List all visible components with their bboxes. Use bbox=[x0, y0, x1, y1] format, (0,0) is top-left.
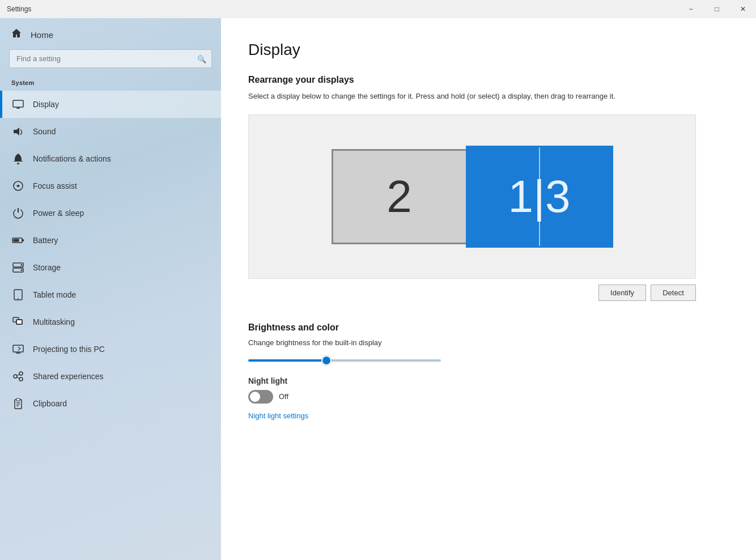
monitor-1[interactable]: 1|3 bbox=[466, 146, 613, 248]
notifications-icon bbox=[11, 152, 25, 166]
maximize-button[interactable]: □ bbox=[704, 0, 730, 18]
brightness-slider[interactable] bbox=[248, 359, 441, 362]
sidebar-item-projecting[interactable]: Projecting to this PC bbox=[0, 336, 221, 363]
svg-point-13 bbox=[18, 298, 19, 299]
toggle-thumb bbox=[250, 392, 260, 402]
close-button[interactable]: ✕ bbox=[730, 0, 756, 18]
sidebar-item-label-tablet: Tablet mode bbox=[33, 290, 76, 299]
sidebar-item-focus[interactable]: Focus assist bbox=[0, 172, 221, 200]
sidebar-item-label-focus: Focus assist bbox=[33, 181, 77, 190]
clipboard-icon bbox=[11, 397, 25, 410]
detect-button[interactable]: Detect bbox=[651, 285, 696, 301]
battery-icon bbox=[11, 234, 25, 247]
sidebar-item-power[interactable]: Power & sleep bbox=[0, 200, 221, 227]
sidebar-item-sound[interactable]: Sound bbox=[0, 118, 221, 145]
display-monitors: 2 1|3 bbox=[332, 146, 613, 248]
night-light-toggle[interactable] bbox=[248, 390, 273, 404]
home-icon bbox=[11, 28, 22, 41]
svg-rect-17 bbox=[13, 345, 23, 352]
svg-point-22 bbox=[19, 372, 23, 375]
sidebar-item-tablet[interactable]: Tablet mode bbox=[0, 281, 221, 308]
sidebar-item-notifications[interactable]: Notifications & actions bbox=[0, 145, 221, 172]
sidebar-home-label: Home bbox=[31, 30, 53, 40]
storage-icon bbox=[11, 261, 25, 274]
sidebar-item-battery[interactable]: Battery bbox=[0, 227, 221, 254]
svg-marker-3 bbox=[14, 128, 19, 135]
sidebar-search-container: 🔍 bbox=[9, 49, 212, 68]
night-light-settings-link[interactable]: Night light settings bbox=[248, 411, 308, 420]
app-body: Home 🔍 System Display bbox=[0, 18, 756, 560]
svg-rect-15 bbox=[16, 320, 22, 324]
arrange-section-desc: Select a display below to change the set… bbox=[248, 91, 679, 102]
identify-button[interactable]: Identify bbox=[598, 285, 646, 301]
focus-icon bbox=[11, 179, 25, 193]
sidebar-section-title: System bbox=[0, 77, 221, 91]
sidebar-item-label-display: Display bbox=[33, 100, 59, 109]
sidebar-item-shared[interactable]: Shared experiences bbox=[0, 363, 221, 390]
projecting-icon bbox=[11, 342, 25, 356]
svg-rect-0 bbox=[13, 100, 23, 107]
svg-point-24 bbox=[19, 377, 23, 381]
svg-point-11 bbox=[21, 269, 23, 271]
display-icon bbox=[11, 97, 25, 111]
night-light-title: Night light bbox=[248, 376, 729, 385]
brightness-section: Brightness and color Change brightness f… bbox=[248, 323, 729, 421]
svg-line-21 bbox=[18, 349, 20, 350]
app-title: Settings bbox=[7, 5, 31, 13]
sidebar-item-label-notifications: Notifications & actions bbox=[33, 154, 111, 163]
sidebar-item-label-shared: Shared experiences bbox=[33, 372, 104, 381]
sidebar-item-label-battery: Battery bbox=[33, 236, 58, 245]
sidebar-item-storage[interactable]: Storage bbox=[0, 254, 221, 281]
sidebar-item-label-multitasking: Multitasking bbox=[33, 317, 75, 326]
search-input[interactable] bbox=[9, 49, 212, 68]
title-bar: Settings − □ ✕ bbox=[0, 0, 756, 18]
sidebar-item-display[interactable]: Display bbox=[0, 91, 221, 118]
display-buttons-row: Identify Detect bbox=[248, 279, 696, 307]
svg-line-26 bbox=[17, 377, 19, 379]
svg-rect-7 bbox=[14, 239, 19, 242]
brightness-section-title: Brightness and color bbox=[248, 323, 729, 333]
monitor-divider bbox=[539, 147, 540, 246]
sidebar-item-label-projecting: Projecting to this PC bbox=[33, 345, 105, 354]
sidebar-item-multitasking[interactable]: Multitasking bbox=[0, 308, 221, 336]
tablet-icon bbox=[11, 288, 25, 302]
svg-line-20 bbox=[18, 347, 20, 349]
multitasking-icon bbox=[11, 315, 25, 329]
svg-point-10 bbox=[21, 264, 23, 266]
arrange-section-title: Rearrange your displays bbox=[248, 75, 729, 85]
shared-icon bbox=[11, 370, 25, 383]
sidebar-item-label-clipboard: Clipboard bbox=[33, 399, 67, 408]
monitor-2-label: 2 bbox=[387, 171, 412, 223]
display-arrangement: 2 1|3 bbox=[248, 114, 696, 279]
svg-rect-28 bbox=[16, 398, 20, 401]
brightness-label: Change brightness for the built-in displ… bbox=[248, 338, 729, 347]
content-area: Display Rearrange your displays Select a… bbox=[221, 18, 756, 560]
power-icon bbox=[11, 206, 25, 220]
svg-point-4 bbox=[17, 163, 19, 164]
sidebar: Home 🔍 System Display bbox=[0, 18, 221, 560]
page-title: Display bbox=[248, 41, 729, 59]
sidebar-item-label-sound: Sound bbox=[33, 127, 56, 136]
svg-point-23 bbox=[14, 375, 17, 378]
sound-icon bbox=[11, 125, 25, 138]
svg-rect-6 bbox=[22, 239, 24, 241]
brightness-slider-container bbox=[248, 354, 441, 364]
svg-line-25 bbox=[17, 375, 19, 376]
sidebar-item-clipboard[interactable]: Clipboard bbox=[0, 390, 221, 417]
sidebar-item-home[interactable]: Home bbox=[0, 18, 221, 49]
minimize-button[interactable]: − bbox=[678, 0, 704, 18]
search-icon: 🔍 bbox=[197, 54, 206, 63]
night-light-toggle-container: Off bbox=[248, 390, 729, 404]
night-light-state-label: Off bbox=[279, 392, 288, 401]
sidebar-item-label-power: Power & sleep bbox=[33, 209, 84, 218]
sidebar-item-label-storage: Storage bbox=[33, 263, 61, 272]
monitor-2[interactable]: 2 bbox=[332, 149, 468, 244]
window-controls: − □ ✕ bbox=[678, 0, 756, 18]
